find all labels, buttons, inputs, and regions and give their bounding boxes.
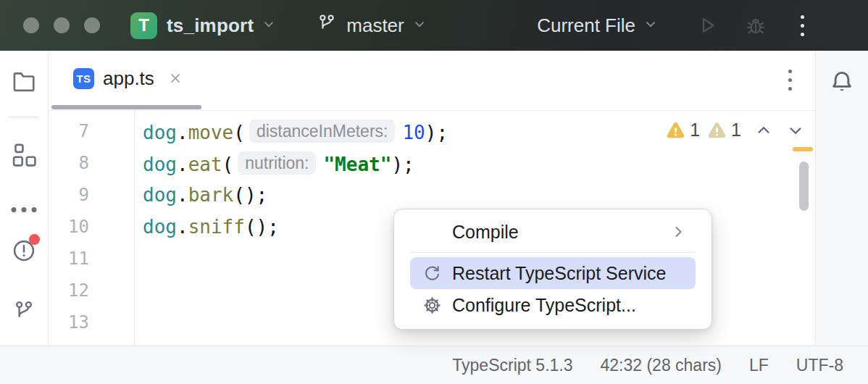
encoding-widget[interactable]: UTF-8 bbox=[796, 356, 843, 375]
warning-icon bbox=[666, 122, 685, 139]
code-text: dog.sniff(); bbox=[134, 216, 279, 238]
code-token: dog bbox=[143, 122, 177, 143]
weak-warning-counter[interactable]: 1 bbox=[707, 120, 741, 141]
scrollbar-thumb[interactable] bbox=[799, 162, 809, 211]
line-number[interactable]: 8 bbox=[49, 153, 134, 173]
bell-icon bbox=[828, 68, 856, 96]
typescript-version-widget[interactable]: TypeScript 5.1.3 bbox=[452, 356, 572, 375]
git-branch-icon bbox=[12, 299, 36, 323]
tab-app-ts[interactable]: TS app.ts bbox=[51, 51, 199, 106]
title-bar: T ts_import master Current File bbox=[0, 0, 868, 51]
project-name[interactable]: ts_import bbox=[167, 14, 254, 37]
notifications-button[interactable] bbox=[828, 68, 856, 99]
code-token: dog bbox=[143, 154, 177, 175]
code-text: dog.bark(); bbox=[134, 184, 267, 206]
caret-position-widget[interactable]: 42:32 (28 chars) bbox=[601, 356, 722, 375]
code-token: ( bbox=[222, 154, 234, 175]
previous-problem-button[interactable] bbox=[754, 121, 773, 140]
code-token: (); bbox=[245, 216, 279, 238]
git-branch-icon bbox=[316, 12, 338, 39]
line-number[interactable]: 13 bbox=[49, 312, 134, 333]
run-button[interactable] bbox=[696, 14, 718, 36]
menu-item-compile[interactable]: Compile bbox=[410, 216, 696, 248]
code-token: ( bbox=[233, 122, 245, 143]
code-line[interactable]: 9dog.bark(); bbox=[49, 179, 815, 211]
project-initial: T bbox=[138, 15, 149, 36]
run-toolbar: Current File bbox=[537, 14, 804, 37]
menu-item-label: Configure TypeScript... bbox=[452, 295, 636, 316]
inlay-parameter-hint: nutrition: bbox=[238, 151, 316, 175]
line-separator-widget[interactable]: LF bbox=[749, 356, 769, 375]
toolbar-divider bbox=[9, 117, 39, 117]
run-configuration-name: Current File bbox=[537, 14, 635, 37]
chevron-down-icon[interactable] bbox=[261, 14, 277, 37]
code-token: dog bbox=[143, 184, 177, 206]
code-text: dog.move(distanceInMeters:10); bbox=[134, 120, 448, 143]
weak-warning-icon bbox=[707, 122, 727, 139]
close-icon bbox=[167, 70, 183, 86]
warning-stripe-mark[interactable] bbox=[793, 147, 813, 151]
submenu-chevron-right-icon bbox=[669, 223, 687, 241]
folder-icon bbox=[11, 68, 38, 95]
problems-icon bbox=[11, 238, 37, 267]
structure-tool-button[interactable] bbox=[11, 142, 38, 169]
project-tool-button[interactable] bbox=[11, 68, 38, 95]
run-configuration-selector[interactable]: Current File bbox=[537, 14, 659, 37]
code-token: move bbox=[188, 122, 234, 143]
inspections-widget: 1 1 bbox=[666, 120, 805, 141]
code-token: eat bbox=[188, 154, 222, 175]
ide-window: T ts_import master Current File bbox=[0, 0, 868, 384]
status-bar: TypeScript 5.1.3 42:32 (28 chars) LF UTF… bbox=[0, 346, 868, 384]
line-number[interactable]: 9 bbox=[49, 185, 134, 205]
bug-icon bbox=[744, 14, 767, 37]
line-number[interactable]: 12 bbox=[49, 280, 134, 301]
problems-tool-button[interactable] bbox=[11, 238, 37, 267]
code-text: dog.eat(nutrition:"Meat"); bbox=[134, 151, 414, 175]
next-problem-button[interactable] bbox=[786, 121, 805, 140]
code-token: sniff bbox=[188, 216, 245, 238]
menu-item-configure-typescript[interactable]: Configure TypeScript... bbox=[410, 289, 696, 321]
menu-item-restart-typescript-service[interactable]: Restart TypeScript Service bbox=[410, 257, 696, 289]
chevron-up-icon bbox=[754, 121, 773, 140]
line-number[interactable]: 7 bbox=[49, 121, 134, 141]
chevron-down-icon bbox=[412, 14, 427, 37]
git-tool-button[interactable] bbox=[12, 299, 36, 323]
warning-counter[interactable]: 1 bbox=[666, 120, 700, 141]
tab-options-button[interactable] bbox=[788, 70, 792, 91]
editor-tab-bar: TS app.ts bbox=[49, 51, 815, 111]
more-tool-windows-button[interactable] bbox=[12, 207, 37, 212]
code-token: ); bbox=[391, 154, 414, 175]
minimize-window-button[interactable] bbox=[54, 17, 70, 33]
close-tab-button[interactable] bbox=[167, 70, 183, 86]
weak-warning-count: 1 bbox=[731, 120, 741, 141]
play-icon bbox=[696, 14, 718, 36]
code-line[interactable]: 8dog.eat(nutrition:"Meat"); bbox=[49, 147, 815, 179]
chevron-down-icon bbox=[786, 121, 805, 140]
typescript-file-icon: TS bbox=[73, 68, 94, 89]
debug-button[interactable] bbox=[744, 14, 767, 37]
zoom-window-button[interactable] bbox=[84, 17, 100, 33]
restart-icon bbox=[422, 263, 442, 283]
code-token: bark bbox=[188, 184, 234, 206]
window-controls bbox=[23, 17, 100, 33]
code-token: (); bbox=[233, 184, 267, 206]
code-token: dog bbox=[143, 216, 177, 238]
vcs-branch-widget[interactable]: master bbox=[316, 12, 427, 39]
structure-icon bbox=[11, 142, 38, 169]
code-token: . bbox=[177, 216, 188, 238]
more-actions-button[interactable] bbox=[801, 15, 804, 36]
project-icon[interactable]: T bbox=[130, 12, 157, 39]
tool-window-bar bbox=[0, 51, 49, 346]
gear-icon bbox=[422, 295, 442, 315]
line-number[interactable]: 11 bbox=[49, 249, 134, 269]
line-number[interactable]: 10 bbox=[49, 217, 134, 237]
close-window-button[interactable] bbox=[23, 17, 39, 33]
menu-item-label: Restart TypeScript Service bbox=[452, 263, 666, 284]
file-type-label: TS bbox=[76, 72, 91, 85]
inlay-parameter-hint: distanceInMeters: bbox=[249, 120, 396, 143]
tab-label: app.ts bbox=[103, 67, 154, 90]
context-menu: Compile Restart TypeScript Service bbox=[393, 209, 712, 330]
code-token: ); bbox=[425, 122, 448, 143]
warning-count: 1 bbox=[690, 120, 700, 141]
code-token: "Meat" bbox=[323, 154, 391, 175]
